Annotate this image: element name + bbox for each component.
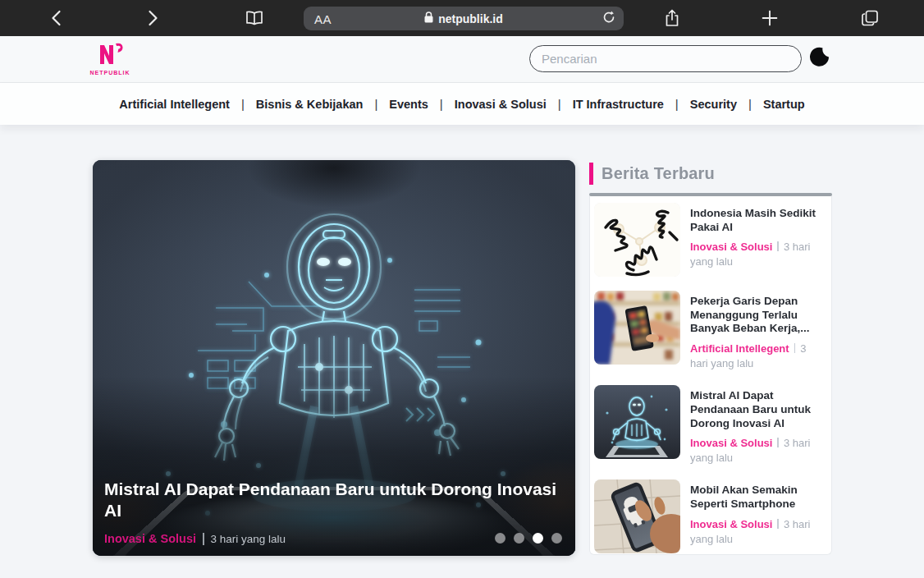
robot-hologram-thumbnail — [594, 385, 680, 459]
news-item-text: Mistral AI Dapat Pendanaan Baru untuk Do… — [690, 385, 826, 466]
tabs-button[interactable] — [862, 10, 879, 26]
category-nav: Artificial Intellegent | Bisnis & Kebija… — [0, 83, 924, 125]
new-tab-button[interactable] — [762, 11, 778, 26]
lock-icon — [424, 11, 433, 25]
carousel-dot-4[interactable] — [551, 533, 562, 544]
news-item-meta: Inovasi & Solusi3 hari yang lalu — [690, 240, 824, 269]
news-list-item[interactable]: Mobil Akan Semakin Seperti Smartphone In… — [594, 479, 826, 553]
news-item-category-link[interactable]: Inovasi & Solusi — [690, 241, 772, 253]
sidebar-news-list: Indonesia Masih Sedikit Pakai AI Inovasi… — [589, 196, 832, 555]
forward-button[interactable] — [149, 10, 159, 26]
accent-bar — [589, 163, 593, 185]
news-item-meta: Artificial Intellegent3 hari yang lalu — [690, 342, 824, 371]
nav-item-inovasi-solusi[interactable]: Inovasi & Solusi — [443, 98, 558, 111]
news-list-item[interactable]: Indonesia Masih Sedikit Pakai AI Inovasi… — [594, 203, 826, 277]
doodle-hands-thumbnail — [594, 203, 680, 277]
carousel-dot-1[interactable] — [495, 533, 505, 544]
news-item-category-link[interactable]: Inovasi & Solusi — [690, 437, 772, 449]
url-text: netpublik.id — [438, 12, 503, 25]
bookmarks-button[interactable] — [245, 11, 263, 25]
site-header: NETPUBLIK — [0, 36, 924, 83]
meta-divider — [794, 343, 796, 353]
news-item-text: Pekerja Garis Depan Menanggung Terlalu B… — [690, 291, 826, 371]
news-item-title[interactable]: Mobil Akan Semakin Seperti Smartphone — [690, 484, 824, 511]
hero-title[interactable]: Mistral AI Dapat Pendanaan Baru untuk Do… — [104, 479, 567, 521]
nav-item-it-infrastructure[interactable]: IT Infrastructure — [561, 98, 675, 111]
carousel-dot-2[interactable] — [514, 533, 524, 544]
phone-car-thumbnail — [594, 479, 680, 553]
logo-monogram-icon — [95, 54, 125, 68]
news-item-meta: Inovasi & Solusi3 hari yang lalu — [690, 436, 824, 466]
hero-meta: Inovasi & Solusi 3 hari yang lalu — [104, 532, 286, 545]
logo-wordmark: NETPUBLIK — [89, 70, 131, 76]
search-input[interactable] — [529, 45, 802, 72]
nav-item-bisnis-kebijakan[interactable]: Bisnis & Kebijakan — [245, 98, 375, 111]
news-item-title[interactable]: Mistral AI Dapat Pendanaan Baru untuk Do… — [690, 389, 824, 430]
share-button[interactable] — [665, 9, 679, 27]
news-item-title[interactable]: Pekerja Garis Depan Menanggung Terlalu B… — [690, 295, 824, 336]
news-item-text: Indonesia Masih Sedikit Pakai AI Inovasi… — [690, 203, 826, 277]
address-bar[interactable]: AA netpublik.id — [304, 7, 624, 30]
meta-divider — [777, 438, 779, 447]
news-item-category-link[interactable]: Inovasi & Solusi — [690, 518, 772, 530]
meta-divider — [203, 533, 204, 545]
moon-icon — [809, 56, 830, 70]
news-item-title[interactable]: Indonesia Masih Sedikit Pakai AI — [690, 207, 824, 234]
news-list-item[interactable]: Pekerja Garis Depan Menanggung Terlalu B… — [594, 291, 826, 371]
news-list-item[interactable]: Mistral AI Dapat Pendanaan Baru untuk Do… — [594, 385, 826, 466]
news-item-meta: Inovasi & Solusi3 hari yang lalu — [690, 517, 824, 547]
chevron-right-icon — [149, 10, 159, 26]
back-button[interactable] — [51, 10, 62, 26]
nav-item-startup[interactable]: Startup — [752, 98, 817, 111]
nav-item-security[interactable]: Security — [679, 98, 748, 111]
nav-item-artificial-intellegent[interactable]: Artificial Intellegent — [107, 98, 241, 111]
browser-toolbar: AA netpublik.id — [0, 0, 924, 36]
open-book-icon — [245, 11, 263, 25]
hero-article-card[interactable]: Mistral AI Dapat Pendanaan Baru untuk Do… — [93, 160, 575, 556]
dark-mode-toggle[interactable] — [809, 46, 830, 67]
share-icon — [665, 9, 679, 27]
carousel-dots — [495, 533, 562, 544]
latest-news-sidebar: Berita Terbaru Ind — [589, 161, 832, 555]
plus-icon — [762, 11, 778, 26]
meta-divider — [777, 241, 779, 251]
site-logo[interactable]: NETPUBLIK — [89, 43, 131, 76]
chevron-left-icon — [51, 10, 62, 26]
sidebar-title: Berita Terbaru — [602, 164, 715, 183]
nav-item-events[interactable]: Events — [377, 98, 440, 111]
news-item-text: Mobil Akan Semakin Seperti Smartphone In… — [690, 479, 826, 553]
meta-divider — [777, 519, 779, 529]
carousel-dot-3-active[interactable] — [533, 533, 543, 544]
store-phone-thumbnail — [594, 291, 680, 365]
tabs-icon — [862, 10, 879, 26]
news-item-category-link[interactable]: Artificial Intellegent — [690, 342, 789, 355]
sidebar-header: Berita Terbaru — [589, 161, 832, 186]
reload-button[interactable] — [602, 10, 615, 27]
hero-category-link[interactable]: Inovasi & Solusi — [104, 532, 196, 545]
hero-timestamp: 3 hari yang lalu — [211, 533, 286, 545]
